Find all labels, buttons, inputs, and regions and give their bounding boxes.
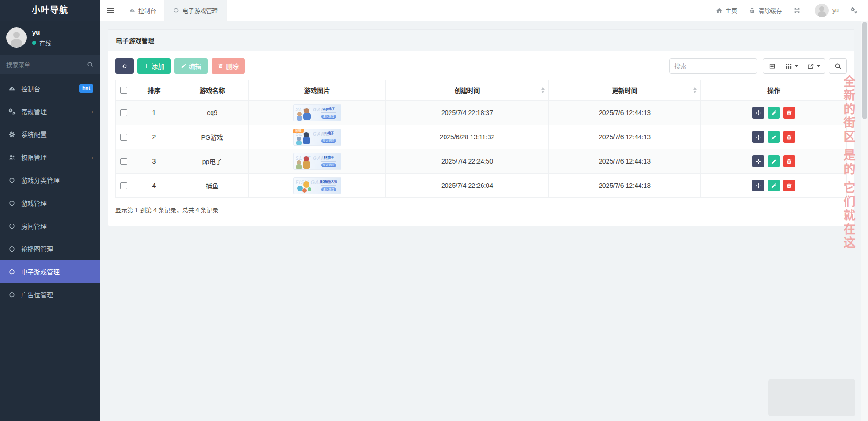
column-header-created[interactable]: 创建时间 bbox=[386, 80, 549, 101]
scrollbar-thumb[interactable] bbox=[862, 22, 867, 119]
game-banner-image[interactable]: FISH GAME BG捕鱼大师 进入游戏 bbox=[293, 177, 341, 194]
fullscreen-button[interactable] bbox=[794, 7, 803, 14]
sidebar-item-auth[interactable]: 权限管理 ‹ bbox=[0, 146, 100, 169]
tab-dashboard[interactable]: 控制台 bbox=[121, 0, 165, 21]
table-header-row: 排序 游戏名称 游戏图片 创建时间 更新时间 操作 bbox=[116, 80, 847, 101]
game-banner-art bbox=[294, 155, 314, 170]
banner-title: PP电子 bbox=[319, 155, 339, 159]
row-delete-button[interactable] bbox=[783, 131, 795, 143]
row-move-button[interactable] bbox=[752, 180, 764, 191]
game-banner-image[interactable]: SLOT GAME CQ9电子 进入游戏 bbox=[293, 104, 341, 121]
search-icon bbox=[87, 61, 93, 68]
row-updated-time: 2025/7/6 12:44:13 bbox=[549, 149, 701, 174]
table-row[interactable]: 1 cq9 SLOT GAME bbox=[116, 101, 847, 125]
topbar: 控制台 电子游戏管理 主页 清除缓存 bbox=[100, 0, 868, 21]
sidebar-item-room[interactable]: 房间管理 bbox=[0, 214, 100, 237]
vertical-scrollbar[interactable] bbox=[861, 21, 868, 421]
row-edit-button[interactable] bbox=[768, 107, 780, 119]
pencil-icon bbox=[771, 159, 777, 164]
row-move-button[interactable] bbox=[752, 131, 764, 143]
sidebar-item-label: 游戏分类管理 bbox=[21, 175, 60, 185]
table-search-input[interactable] bbox=[669, 58, 757, 74]
column-header-updated[interactable]: 更新时间 bbox=[549, 80, 701, 101]
tab-e-game[interactable]: 电子游戏管理 bbox=[165, 0, 227, 21]
gears-icon bbox=[7, 108, 16, 115]
export-button[interactable] bbox=[803, 58, 825, 74]
delete-button[interactable]: 删除 bbox=[212, 58, 245, 74]
row-checkbox[interactable] bbox=[120, 134, 127, 141]
export-icon bbox=[807, 63, 814, 70]
row-edit-button[interactable] bbox=[768, 180, 780, 191]
menu-toggle-button[interactable] bbox=[100, 0, 121, 21]
detail-view-button[interactable] bbox=[763, 58, 781, 74]
row-edit-button[interactable] bbox=[768, 155, 780, 167]
panel: 电子游戏管理 添加 编辑 bbox=[108, 29, 854, 226]
list-view-icon bbox=[769, 63, 776, 70]
table-row[interactable]: 3 pp电子 SLOT GAME bbox=[116, 149, 847, 174]
sidebar-item-general[interactable]: 常规管理 ‹ bbox=[0, 100, 100, 123]
row-move-button[interactable] bbox=[752, 155, 764, 167]
banner-button: 进入游戏 bbox=[321, 139, 336, 143]
sidebar-item-system-config[interactable]: 系统配置 bbox=[0, 123, 100, 146]
tab-label: 电子游戏管理 bbox=[182, 6, 218, 15]
sidebar-item-game[interactable]: 游戏管理 bbox=[0, 191, 100, 214]
sidebar-nav: 控制台 hot 常规管理 ‹ 系统配置 权限管理 ‹ 游戏分类管理 bbox=[0, 74, 100, 421]
game-banner-image[interactable]: SLOT GAME PG电子 进入游戏 bbox=[293, 129, 341, 146]
dashboard-icon bbox=[129, 7, 135, 13]
column-header-sort: 排序 bbox=[132, 80, 176, 101]
row-sort: 3 bbox=[132, 149, 176, 174]
corner-watermark bbox=[768, 379, 855, 416]
columns-button[interactable] bbox=[781, 58, 803, 74]
sidebar-item-label: 系统配置 bbox=[21, 130, 47, 139]
sidebar-item-label: 权限管理 bbox=[21, 153, 47, 162]
row-move-button[interactable] bbox=[752, 107, 764, 119]
content-area: 电子游戏管理 添加 编辑 bbox=[100, 21, 868, 421]
user-menu[interactable]: yu bbox=[815, 4, 839, 17]
table-row[interactable]: 2 PG游戏 SLOT GAME bbox=[116, 125, 847, 149]
row-edit-button[interactable] bbox=[768, 131, 780, 143]
topbar-username: yu bbox=[832, 7, 839, 14]
sidebar-item-ad[interactable]: 广告位管理 bbox=[0, 283, 100, 306]
row-delete-button[interactable] bbox=[783, 107, 795, 119]
sidebar-item-e-game[interactable]: 电子游戏管理 bbox=[0, 260, 100, 283]
sidebar-item-dashboard[interactable]: 控制台 hot bbox=[0, 77, 100, 100]
circle-icon bbox=[7, 246, 16, 252]
refresh-button[interactable] bbox=[115, 58, 134, 74]
settings-button[interactable] bbox=[851, 7, 860, 14]
select-all-checkbox[interactable] bbox=[120, 87, 127, 94]
home-icon bbox=[716, 7, 722, 14]
home-button[interactable]: 主页 bbox=[716, 6, 737, 15]
trash-icon bbox=[218, 63, 223, 69]
row-checkbox[interactable] bbox=[120, 109, 127, 116]
clear-cache-button[interactable]: 清除缓存 bbox=[749, 6, 782, 15]
plus-icon bbox=[144, 63, 149, 69]
game-banner-image[interactable]: SLOT GAME PP电子 进入游戏 bbox=[293, 153, 341, 170]
row-delete-button[interactable] bbox=[783, 155, 795, 167]
banner-title: CQ9电子 bbox=[319, 106, 339, 111]
row-created-time: 2025/7/4 22:18:37 bbox=[386, 101, 549, 125]
sidebar-item-carousel[interactable]: 轮播图管理 bbox=[0, 237, 100, 260]
row-checkbox[interactable] bbox=[120, 158, 127, 165]
search-toggle-button[interactable] bbox=[829, 58, 847, 74]
row-sort: 1 bbox=[132, 101, 176, 125]
caret-down-icon bbox=[795, 65, 798, 67]
user-panel: yu 在线 bbox=[0, 21, 100, 55]
add-label: 添加 bbox=[152, 61, 164, 71]
row-delete-button[interactable] bbox=[783, 180, 795, 191]
row-created-time: 2025/6/28 13:11:32 bbox=[386, 125, 549, 149]
avatar[interactable] bbox=[6, 27, 27, 48]
row-game-name: 捕鱼 bbox=[176, 174, 249, 198]
row-game-name: pp电子 bbox=[176, 149, 249, 174]
circle-icon bbox=[7, 200, 16, 207]
edit-button[interactable]: 编辑 bbox=[174, 58, 208, 74]
banner-subtitle bbox=[321, 112, 336, 113]
banner-subtitle bbox=[321, 137, 336, 137]
sidebar-item-game-category[interactable]: 游戏分类管理 bbox=[0, 169, 100, 191]
sidebar-item-label: 电子游戏管理 bbox=[21, 267, 60, 276]
add-button[interactable]: 添加 bbox=[137, 58, 171, 74]
menu-search-input[interactable] bbox=[6, 61, 87, 68]
table-row[interactable]: 4 捕鱼 FISH GAME bbox=[116, 174, 847, 198]
row-checkbox[interactable] bbox=[120, 182, 127, 189]
home-label: 主页 bbox=[725, 6, 737, 15]
sidebar-item-label: 房间管理 bbox=[21, 221, 47, 230]
